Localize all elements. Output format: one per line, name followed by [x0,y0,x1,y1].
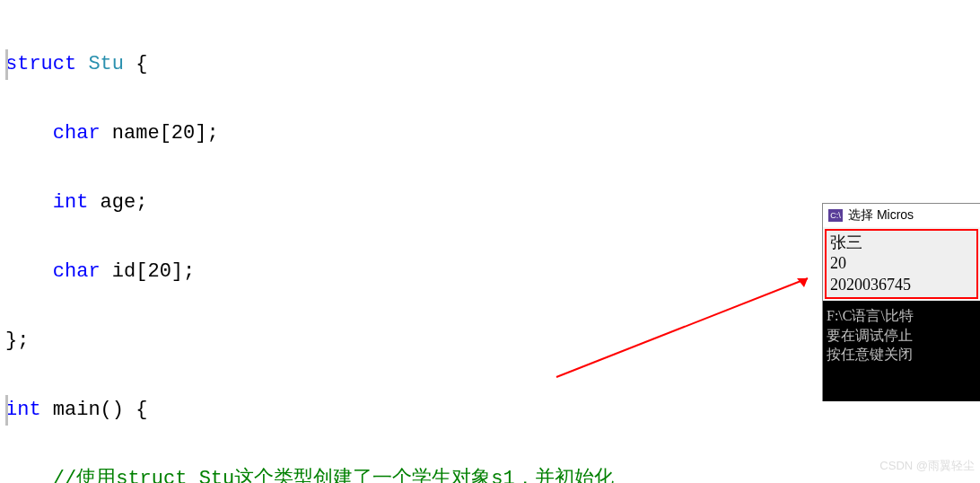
type-name: Stu [76,53,124,75]
code-text: name[20]; [101,122,219,145]
keyword-char: char [53,260,101,283]
output-line: 20 [830,253,973,274]
indent [5,191,53,214]
indent [5,260,53,283]
console-text: 要在调试停止 [827,326,976,346]
code-text: { [124,53,147,75]
keyword-struct: struct [5,53,76,75]
output-line: 张三 [830,233,973,253]
keyword-int: int [53,191,89,214]
console-text: F:\C语言\比特 [827,306,976,326]
code-text: age; [88,191,147,214]
keyword-char: char [53,122,101,145]
indent [5,122,53,145]
output-line: 2020036745 [830,275,973,295]
indent [5,468,53,484]
console-output-highlight: 张三 20 2020036745 [825,229,978,299]
watermark: CSDN @雨翼轻尘 [879,458,975,474]
console-text: 按任意键关闭 [827,345,976,364]
code-text: id[20]; [101,260,196,283]
console-window: C:\ 选择 Micros 张三 20 2020036745 F:\C语言\比特… [822,203,980,401]
console-title-text: 选择 Micros [848,207,914,224]
code-text: }; [5,329,29,352]
console-titlebar: C:\ 选择 Micros [823,204,980,227]
keyword-int: int [5,399,41,421]
console-body: F:\C语言\比特 要在调试停止 按任意键关闭 [823,301,980,401]
comment: //使用struct Stu这个类型创建了一个学生对象s1，并初始化 [53,468,614,484]
code-text: main() { [41,399,148,421]
console-icon: C:\ [828,209,843,222]
